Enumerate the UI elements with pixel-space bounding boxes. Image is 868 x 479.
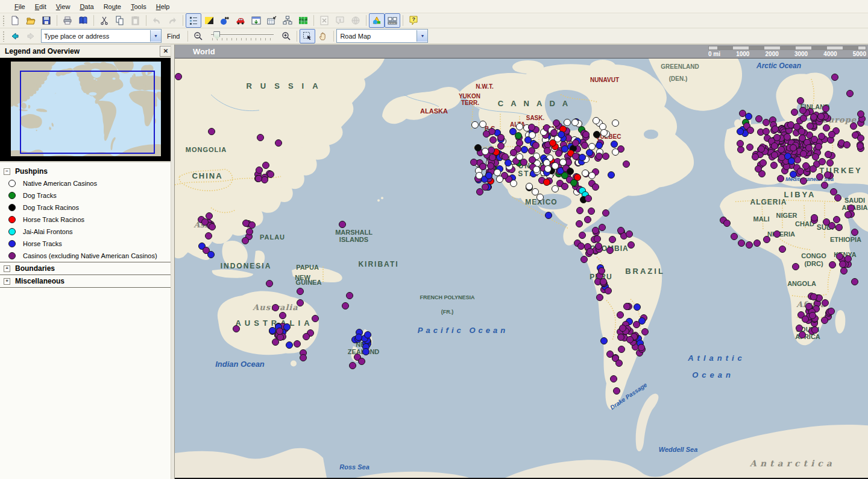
address-book-button[interactable] <box>75 13 91 28</box>
pushpin[interactable] <box>758 145 765 153</box>
pushpin[interactable] <box>840 267 848 274</box>
pushpin[interactable] <box>793 123 800 130</box>
toolbar-grip[interactable] <box>2 15 5 26</box>
pushpin[interactable] <box>485 172 492 179</box>
pushpin[interactable] <box>819 158 826 165</box>
pushpin[interactable] <box>596 294 603 301</box>
pushpin[interactable] <box>623 160 630 168</box>
pushpin[interactable] <box>752 153 759 160</box>
overview-view-rectangle[interactable] <box>20 71 155 154</box>
pushpin[interactable] <box>339 221 346 228</box>
collapse-icon[interactable]: − <box>4 168 10 175</box>
map-style-combo[interactable]: Road Map ▼ <box>336 29 428 43</box>
pushpin[interactable] <box>615 360 623 367</box>
pushpin[interactable] <box>474 144 482 151</box>
pushpin[interactable] <box>608 171 615 179</box>
map-canvas[interactable]: RUSSIAMONGOLIACHINACANADAUNITEDSTATESMEX… <box>175 58 868 479</box>
pushpin[interactable] <box>821 182 828 189</box>
pushpin[interactable] <box>611 141 618 148</box>
route-planner-button[interactable] <box>233 13 248 28</box>
new-map-button[interactable] <box>7 13 23 28</box>
pushpin[interactable] <box>797 168 804 175</box>
location-info-button[interactable]: i <box>332 13 348 28</box>
pushpin[interactable] <box>592 183 599 191</box>
pushpin[interactable] <box>802 162 810 170</box>
pushpin[interactable] <box>283 323 291 331</box>
pushpin[interactable] <box>836 253 843 260</box>
pushpin[interactable] <box>279 312 286 319</box>
pushpin[interactable] <box>584 216 591 223</box>
pushpin[interactable] <box>818 133 825 140</box>
pushpin[interactable] <box>805 144 813 151</box>
territories-button[interactable] <box>280 13 295 28</box>
pushpin[interactable] <box>286 341 293 349</box>
pushpin[interactable] <box>755 165 762 173</box>
pushpin[interactable] <box>747 127 754 134</box>
pushpin[interactable] <box>613 387 620 395</box>
pushpin[interactable] <box>297 299 304 306</box>
pushpin[interactable] <box>572 139 579 147</box>
pushpin[interactable] <box>593 131 600 138</box>
save-button[interactable] <box>39 13 54 28</box>
pushpin[interactable] <box>617 311 624 319</box>
pushpin[interactable] <box>206 212 213 220</box>
pushpin[interactable] <box>850 122 857 130</box>
pushpin[interactable] <box>529 156 536 163</box>
pushpin[interactable] <box>723 220 731 227</box>
legend-section-miscellaneous[interactable]: +Miscellaneous <box>0 274 174 287</box>
data-map-button[interactable] <box>295 13 311 28</box>
pushpin[interactable] <box>811 326 819 334</box>
pushpin[interactable] <box>487 162 494 170</box>
pushpin[interactable] <box>303 333 310 340</box>
pushpin[interactable] <box>755 115 763 122</box>
pushpin[interactable] <box>257 134 264 141</box>
pushpin[interactable] <box>823 124 830 132</box>
pushpin[interactable] <box>771 142 778 150</box>
pushpin[interactable] <box>567 168 574 175</box>
pushpin[interactable] <box>526 183 533 190</box>
pushpin[interactable] <box>626 336 634 343</box>
pushpin[interactable] <box>797 97 804 104</box>
menu-item-data[interactable]: Data <box>75 1 98 12</box>
pushpin[interactable] <box>778 146 785 153</box>
pushpin[interactable] <box>272 304 279 311</box>
pushpin[interactable] <box>233 325 240 332</box>
pushpin[interactable] <box>737 128 744 135</box>
close-icon[interactable]: ✕ <box>160 46 172 57</box>
web-links-button[interactable] <box>348 13 363 28</box>
pushpin[interactable] <box>824 171 831 179</box>
pushpin[interactable] <box>600 278 607 285</box>
pushpin[interactable] <box>593 117 600 124</box>
pushpin[interactable] <box>835 224 843 231</box>
pushpin[interactable] <box>825 151 832 158</box>
export-to-excel-button[interactable] <box>316 13 332 28</box>
pushpin[interactable] <box>479 163 486 170</box>
import-data-button[interactable] <box>264 13 280 28</box>
pushpin[interactable] <box>582 131 590 138</box>
pushpin[interactable] <box>545 212 552 219</box>
pushpin[interactable] <box>600 129 608 136</box>
pushpin[interactable] <box>746 241 753 249</box>
pushpin[interactable] <box>516 123 523 130</box>
pushpin[interactable] <box>633 321 640 328</box>
pushpin[interactable] <box>349 362 356 369</box>
pushpin[interactable] <box>532 142 539 149</box>
pushpin[interactable] <box>300 354 307 361</box>
pushpin[interactable] <box>623 303 631 310</box>
pushpin[interactable] <box>627 241 635 249</box>
pushpin[interactable] <box>476 172 483 179</box>
pushpin[interactable] <box>617 334 624 341</box>
pushpin[interactable] <box>482 148 489 155</box>
pushpin[interactable] <box>552 162 559 170</box>
pushpin[interactable] <box>582 170 589 177</box>
pushpin[interactable] <box>483 130 490 138</box>
pushpin[interactable] <box>828 308 835 315</box>
pushpin[interactable] <box>773 134 781 141</box>
pushpin[interactable] <box>576 220 583 227</box>
pushpin[interactable] <box>816 173 823 180</box>
pushpin[interactable] <box>552 185 559 192</box>
menu-item-edit[interactable]: Edit <box>30 1 51 12</box>
pushpin[interactable] <box>831 74 838 81</box>
print-button[interactable] <box>60 13 75 28</box>
pushpin[interactable] <box>533 166 540 173</box>
